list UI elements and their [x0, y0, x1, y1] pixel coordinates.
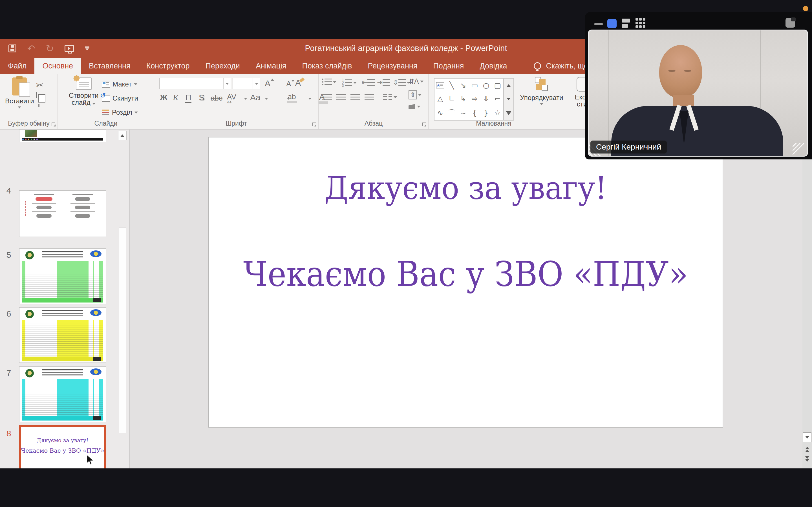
- current-slide-canvas[interactable]: Дякуємо за увагу! Чекаємо Вас у ЗВО «ПДУ…: [209, 137, 723, 427]
- elbow-shape-icon[interactable]: ∟: [446, 92, 458, 106]
- shapes-gallery-scrollbar[interactable]: [504, 78, 514, 121]
- bullets-button[interactable]: [322, 78, 336, 86]
- tab-transitions[interactable]: Переходи: [198, 58, 248, 74]
- section-button[interactable]: Розділ: [102, 108, 138, 116]
- arrange-button[interactable]: Упорядкувати: [520, 77, 563, 105]
- curve-shape-icon[interactable]: ∼: [457, 105, 469, 120]
- slide-thumbnail-3[interactable]: [19, 129, 106, 142]
- cut-icon: ✂: [36, 80, 44, 91]
- redo-icon[interactable]: ↻: [46, 43, 54, 54]
- new-slide-button[interactable]: Створити слайд: [69, 77, 98, 106]
- columns-button[interactable]: [383, 94, 397, 101]
- case-dropdown[interactable]: [265, 98, 268, 100]
- tab-home[interactable]: Основне: [35, 58, 81, 74]
- paste-button[interactable]: Вставити: [5, 77, 34, 108]
- font-dialog-launcher-icon[interactable]: [312, 122, 316, 126]
- polygon-shape-icon[interactable]: ⌐: [492, 92, 503, 106]
- spacing-dropdown[interactable]: [244, 98, 247, 100]
- text-box-shape-icon[interactable]: A: [436, 82, 444, 89]
- smartart-icon: [409, 104, 415, 109]
- tab-insert[interactable]: Вставлення: [81, 58, 139, 74]
- align-left-button[interactable]: [322, 94, 332, 101]
- tab-animations[interactable]: Анімація: [248, 58, 294, 74]
- shrink-font-button[interactable]: A: [286, 80, 291, 88]
- underline-button[interactable]: П: [185, 93, 192, 103]
- oval-shape-icon[interactable]: ○: [480, 78, 492, 92]
- line-spacing-button[interactable]: ⇕: [393, 78, 410, 87]
- bold-button[interactable]: Ж: [160, 93, 167, 102]
- text-direction-button[interactable]: ⇵A: [409, 77, 423, 86]
- thumbnails-scrollbar[interactable]: [118, 129, 126, 495]
- resize-grip-icon[interactable]: [793, 144, 807, 156]
- participant-video[interactable]: Сергій Керничний: [588, 30, 808, 157]
- right-brace-shape-icon[interactable]: }: [480, 105, 492, 120]
- italic-button[interactable]: К: [173, 93, 179, 102]
- text-shadow-button[interactable]: S: [199, 93, 204, 102]
- new-slide-icon: [76, 77, 92, 90]
- copy-icon: [36, 92, 37, 98]
- tab-review[interactable]: Рецензування: [360, 58, 425, 74]
- rounded-rect-shape-icon[interactable]: ▢: [492, 78, 503, 92]
- smartart-button[interactable]: [409, 104, 420, 109]
- reset-button[interactable]: Скинути: [102, 94, 138, 102]
- gallery-view-icon[interactable]: [636, 18, 638, 20]
- slide-title-text[interactable]: Дякуємо за увагу!: [209, 169, 723, 207]
- tab-file[interactable]: Файл: [0, 58, 35, 74]
- start-slideshow-icon[interactable]: [64, 45, 74, 52]
- align-center-button[interactable]: [336, 94, 346, 101]
- speaker-view-icon[interactable]: [622, 18, 630, 28]
- decrease-indent-button[interactable]: ⇤: [362, 78, 375, 87]
- justify-button[interactable]: [364, 94, 374, 101]
- arc-shape-icon[interactable]: ⌒: [446, 105, 458, 120]
- customize-qat-icon[interactable]: [85, 47, 89, 50]
- rectangle-shape-icon[interactable]: ▭: [469, 78, 480, 92]
- slide-thumbnail-7[interactable]: [19, 367, 106, 422]
- cut-button[interactable]: ✂: [36, 80, 44, 91]
- copy-button[interactable]: [36, 93, 37, 98]
- tab-slideshow[interactable]: Показ слайдів: [294, 58, 360, 74]
- group-label: Малювання: [429, 120, 559, 127]
- slide-subtitle-text[interactable]: Чекаємо Вас у ЗВО «ПДУ»: [209, 255, 723, 294]
- down-arrow-shape-icon[interactable]: ⇩: [480, 92, 492, 106]
- slide-thumbnail-5[interactable]: [19, 248, 106, 304]
- triangle-shape-icon[interactable]: △: [435, 92, 446, 106]
- elbow-arrow-shape-icon[interactable]: ↳: [457, 92, 469, 106]
- right-arrow-shape-icon[interactable]: ⇨: [469, 92, 480, 106]
- increase-indent-button[interactable]: ⇥: [377, 78, 390, 87]
- tab-view[interactable]: Подання: [425, 58, 472, 74]
- minimize-video-icon[interactable]: [594, 23, 603, 25]
- tab-design[interactable]: Конструктор: [139, 58, 198, 74]
- highlight-dropdown[interactable]: [287, 98, 290, 100]
- character-spacing-button[interactable]: AV↔: [227, 93, 236, 105]
- undo-icon[interactable]: ↶: [27, 43, 35, 54]
- tab-help[interactable]: Довідка: [472, 58, 515, 74]
- star-shape-icon[interactable]: ☆: [492, 105, 503, 120]
- group-slides: Створити слайд Макет Скинути Розділ Слай…: [58, 74, 154, 129]
- font-size-combo[interactable]: [233, 78, 260, 89]
- active-speaker-view-icon[interactable]: [607, 19, 617, 28]
- save-icon[interactable]: [8, 45, 16, 52]
- scribble-shape-icon[interactable]: ∿: [435, 105, 446, 120]
- clear-formatting-button[interactable]: A: [295, 78, 301, 88]
- grow-font-button[interactable]: A: [265, 78, 270, 88]
- slide-thumbnail-6[interactable]: [19, 307, 106, 363]
- slide-thumbnail-4[interactable]: [19, 190, 106, 237]
- clipboard-dialog-launcher-icon[interactable]: [52, 122, 55, 126]
- group-clipboard: Вставити ✂ Буфер обміну: [0, 74, 58, 129]
- layout-button[interactable]: Макет: [102, 80, 137, 88]
- popout-layout-icon[interactable]: [785, 18, 795, 27]
- font-color-dropdown[interactable]: [308, 98, 312, 100]
- font-name-combo[interactable]: [159, 78, 231, 89]
- paragraph-dialog-launcher-icon[interactable]: [422, 122, 426, 126]
- align-text-button[interactable]: ⇕: [409, 91, 421, 100]
- paste-dropdown[interactable]: [18, 107, 21, 108]
- editor-scrollbar[interactable]: [802, 129, 812, 475]
- left-brace-shape-icon[interactable]: {: [469, 105, 480, 120]
- strikethrough-button[interactable]: abc: [211, 94, 222, 103]
- line-shape-icon[interactable]: ╲: [446, 78, 458, 92]
- arrow-shape-icon[interactable]: ↘: [457, 78, 469, 92]
- change-case-button[interactable]: Aa: [250, 93, 260, 102]
- align-right-button[interactable]: [350, 94, 360, 101]
- numbering-button[interactable]: 1 2 3: [342, 78, 357, 87]
- shapes-gallery[interactable]: A ╲ ↘ ▭ ○ ▢ △ ∟ ↳ ⇨ ⇩ ⌐ ∿ ⌒ ∼ { } ☆: [434, 78, 504, 121]
